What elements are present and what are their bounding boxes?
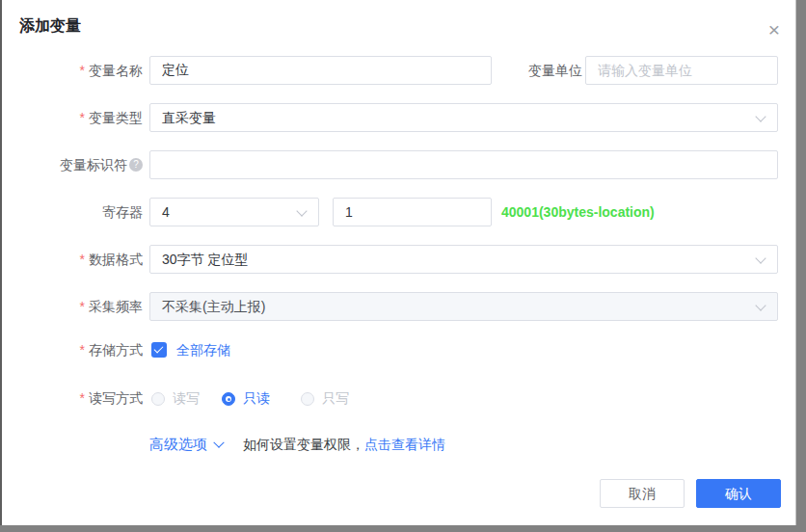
required-mark: *	[80, 110, 85, 125]
variable-type-label: *变量类型	[2, 103, 143, 132]
required-mark: *	[80, 63, 85, 78]
chevron-down-icon	[213, 438, 224, 448]
add-variable-dialog: 添加变量 × *变量名称 变量单位 *变量类型 直采变量 变量标识符? 寄存器 …	[2, 0, 796, 525]
variable-unit-input[interactable]	[585, 56, 778, 85]
chevron-down-icon	[296, 205, 307, 216]
chevron-down-icon	[755, 300, 766, 310]
data-format-label: *数据格式	[2, 245, 143, 274]
close-icon[interactable]: ×	[762, 17, 787, 42]
variable-type-select[interactable]: 直采变量	[149, 103, 778, 132]
radio-icon	[151, 392, 165, 406]
radio-read-write: 读写	[151, 387, 200, 409]
chevron-down-icon	[755, 111, 766, 121]
variable-type-value: 直采变量	[162, 110, 216, 125]
storage-mode-label: *存储方式	[2, 339, 143, 360]
collect-frequency-select: 不采集(主动上报)	[149, 292, 778, 321]
radio-read-only[interactable]: 只读	[222, 387, 270, 409]
variable-identifier-input[interactable]	[149, 150, 778, 179]
required-mark: *	[80, 299, 85, 314]
radio-write-only: 只写	[301, 387, 349, 409]
view-details-link[interactable]: 点击查看详情	[364, 437, 445, 452]
variable-unit-label: 变量单位	[474, 56, 582, 85]
data-format-value: 30字节 定位型	[162, 252, 248, 267]
register-type-value: 4	[162, 204, 170, 220]
required-mark: *	[80, 252, 85, 267]
dialog-title: 添加变量	[19, 16, 81, 37]
collect-frequency-value: 不采集(主动上报)	[162, 299, 265, 314]
register-address-hint: 40001(30bytes-location)	[501, 198, 655, 226]
storage-all-checkbox[interactable]	[151, 342, 167, 358]
register-address-input[interactable]	[333, 198, 492, 226]
variable-name-input[interactable]	[149, 56, 492, 85]
register-type-select[interactable]: 4	[149, 198, 319, 226]
radio-selected-icon	[222, 392, 235, 406]
required-mark: *	[80, 390, 85, 406]
collect-frequency-label: *采集频率	[2, 292, 143, 321]
variable-identifier-label: 变量标识符?	[2, 150, 143, 179]
data-format-select[interactable]: 30字节 定位型	[149, 245, 778, 274]
storage-all-checkbox-label[interactable]: 全部存储	[176, 342, 230, 358]
required-mark: *	[80, 342, 85, 358]
access-mode-label: *读写方式	[2, 387, 143, 409]
variable-name-label: *变量名称	[2, 56, 143, 85]
cancel-button[interactable]: 取消	[600, 479, 685, 508]
window-left-edge	[0, 0, 2, 525]
advanced-options-toggle[interactable]: 高级选项	[149, 434, 223, 455]
permission-hint: 如何设置变量权限，点击查看详情	[243, 434, 445, 455]
register-label: 寄存器	[2, 198, 143, 226]
help-icon[interactable]: ?	[129, 158, 143, 172]
radio-icon	[301, 392, 314, 406]
confirm-button[interactable]: 确认	[696, 479, 781, 508]
chevron-down-icon	[755, 253, 766, 263]
